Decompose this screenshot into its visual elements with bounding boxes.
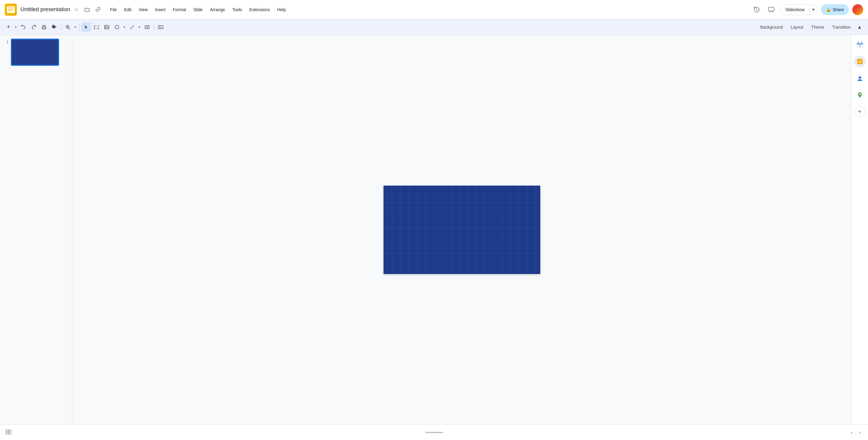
right-sidebar: 31 + xyxy=(851,35,868,424)
canvas-area[interactable] xyxy=(72,35,851,424)
slideshow-button[interactable]: Slideshow ▾ xyxy=(780,4,817,15)
menu-help[interactable]: Help xyxy=(274,6,289,13)
slide-number: 1 xyxy=(2,39,8,44)
zoom-button[interactable]: ▾ xyxy=(63,22,78,32)
share-label: Share xyxy=(833,7,844,12)
slideshow-dropdown-arrow[interactable]: ▾ xyxy=(810,4,817,15)
toolbar: + ▾ xyxy=(0,19,868,35)
toolbar-divider-3 xyxy=(154,24,154,31)
slideshow-main-button[interactable]: Slideshow xyxy=(781,4,810,15)
svg-rect-19 xyxy=(158,26,163,29)
svg-point-12 xyxy=(98,25,99,26)
svg-rect-10 xyxy=(94,26,99,29)
titlebar: Untitled presentation ☆ File Edit View I… xyxy=(0,0,868,19)
move-to-folder-icon[interactable] xyxy=(83,5,91,14)
print-button[interactable] xyxy=(39,22,49,32)
svg-rect-28 xyxy=(6,430,8,432)
select-tool-button[interactable] xyxy=(82,22,91,32)
svg-point-26 xyxy=(859,76,861,79)
presentation-title[interactable]: Untitled presentation xyxy=(21,6,70,13)
slides-overview-button[interactable] xyxy=(4,428,13,437)
bottom-nav-buttons: ‹ › xyxy=(847,428,864,437)
layout-button[interactable]: Layout xyxy=(787,24,807,31)
menu-slide[interactable]: Slide xyxy=(190,6,206,13)
google-maps-icon[interactable] xyxy=(854,89,866,101)
menu-edit[interactable]: Edit xyxy=(121,6,134,13)
google-calendar-icon[interactable]: 31 xyxy=(854,39,866,51)
menu-tools[interactable]: Tools xyxy=(229,6,245,13)
slide-item-1[interactable]: 1 xyxy=(2,39,70,66)
canvas-grid xyxy=(383,185,540,274)
svg-rect-30 xyxy=(6,433,8,434)
user-avatar[interactable] xyxy=(852,4,863,15)
line-button[interactable]: ▾ xyxy=(127,22,142,32)
slide-thumbnail-inner xyxy=(12,39,58,65)
bottombar: ‹ › xyxy=(0,424,868,440)
image-button[interactable] xyxy=(102,22,112,32)
textbox-button[interactable] xyxy=(142,22,152,32)
slide-panel: 1 xyxy=(0,35,72,424)
zoom-icon xyxy=(63,22,73,32)
select-objects-button[interactable] xyxy=(92,22,101,32)
add-icon: + xyxy=(4,22,13,32)
prev-slide-button[interactable]: ‹ xyxy=(847,428,856,437)
menu-file[interactable]: File xyxy=(107,6,120,13)
lock-icon: 🔒 xyxy=(826,7,831,12)
menu-view[interactable]: View xyxy=(136,6,151,13)
line-icon xyxy=(127,22,137,32)
zoom-scroll-indicator xyxy=(425,432,443,433)
menu-format[interactable]: Format xyxy=(170,6,189,13)
toolbar-divider-1 xyxy=(61,24,61,31)
svg-rect-20 xyxy=(12,39,58,65)
svg-rect-29 xyxy=(9,430,11,432)
context-toolbar: Background Layout Theme Transition ▲ xyxy=(757,22,864,32)
svg-rect-31 xyxy=(9,433,11,434)
share-button[interactable]: 🔒 Share xyxy=(821,4,849,15)
menu-arrange[interactable]: Arrange xyxy=(207,6,228,13)
next-slide-button[interactable]: › xyxy=(856,428,864,437)
slide-canvas[interactable] xyxy=(383,185,540,274)
line-dropdown-arrow: ▾ xyxy=(137,22,142,32)
menu-insert[interactable]: Insert xyxy=(152,6,168,13)
svg-point-13 xyxy=(94,28,95,29)
svg-point-16 xyxy=(105,26,106,27)
undo-button[interactable] xyxy=(19,22,28,32)
toolbar-divider-2 xyxy=(79,24,80,31)
svg-rect-7 xyxy=(43,28,45,29)
title-icons: ☆ xyxy=(72,5,102,14)
svg-point-14 xyxy=(98,28,99,29)
add-sidebar-icon-button[interactable]: + xyxy=(855,106,865,117)
svg-rect-1 xyxy=(8,7,14,8)
slide-thumbnail[interactable] xyxy=(11,39,59,66)
svg-rect-3 xyxy=(8,10,12,11)
paint-format-button[interactable] xyxy=(50,22,59,32)
svg-point-17 xyxy=(115,25,119,29)
google-tasks-icon[interactable] xyxy=(854,56,866,67)
titlebar-right: Slideshow ▾ 🔒 Share xyxy=(751,4,863,15)
cloud-sync-icon[interactable] xyxy=(94,5,102,14)
add-dropdown-arrow: ▾ xyxy=(13,22,18,32)
version-history-icon[interactable] xyxy=(751,4,762,15)
svg-rect-2 xyxy=(8,9,14,10)
zoom-dropdown-arrow: ▾ xyxy=(73,22,78,32)
shape-icon xyxy=(112,22,122,32)
bottom-center xyxy=(425,432,443,433)
menubar: File Edit View Insert Format Slide Arran… xyxy=(107,6,289,13)
main-content: 1 xyxy=(0,35,868,424)
slide-grid xyxy=(12,39,58,65)
collapse-toolbar-button[interactable]: ▲ xyxy=(855,22,864,32)
app-logo[interactable] xyxy=(5,4,17,16)
menu-extensions[interactable]: Extensions xyxy=(246,6,273,13)
comments-icon[interactable] xyxy=(766,4,777,15)
add-slide-button[interactable]: + ▾ xyxy=(4,22,18,32)
star-icon[interactable]: ☆ xyxy=(72,5,81,14)
theme-button[interactable]: Theme xyxy=(807,24,828,31)
redo-button[interactable] xyxy=(29,22,39,32)
transition-button[interactable]: Transition xyxy=(829,24,854,31)
insert-text-button[interactable] xyxy=(156,22,165,32)
svg-point-11 xyxy=(94,25,95,26)
background-button[interactable]: Background xyxy=(757,24,786,31)
shape-dropdown-arrow: ▾ xyxy=(122,22,127,32)
shape-button[interactable]: ▾ xyxy=(112,22,127,32)
google-contacts-icon[interactable] xyxy=(854,72,866,85)
